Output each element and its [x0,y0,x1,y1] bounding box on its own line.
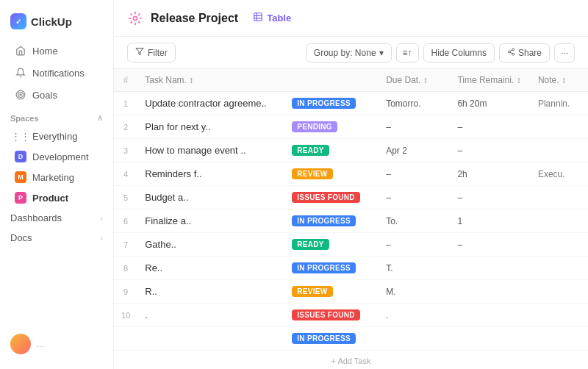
docs-chevron: › [100,232,103,243]
sort-button[interactable]: ≡↑ [396,43,419,62]
row-number: 3 [114,139,137,162]
task-name-text: Finalize a.. [145,215,191,226]
status-cell: PENDING [284,115,379,139]
sidebar-item-everything[interactable]: ⋮⋮ Everything [4,126,109,146]
status-badge[interactable]: ISSUES FOUND [292,309,360,320]
time-remaining-cell: 2h [450,162,531,186]
svg-marker-8 [136,49,143,55]
sort-icon: ≡↑ [403,48,412,58]
goals-icon [15,89,26,101]
product-dot: P [15,192,26,204]
status-cell: REVIEW [284,280,379,304]
row-number: 6 [114,209,137,233]
notes-cell [531,209,588,233]
hide-columns-button[interactable]: Hide Columns [423,43,495,62]
svg-point-3 [134,16,137,20]
sidebar-item-home[interactable]: Home [4,40,109,61]
sidebar-item-goals[interactable]: Goals [4,85,109,105]
share-label: Share [518,48,542,58]
due-date-cell: – [379,162,450,186]
table-row[interactable]: 5Budget a..ISSUES FOUND–– [114,186,588,209]
spaces-toggle[interactable]: ∧ [97,113,103,123]
col-time-remaining[interactable]: Time Remaini. ↕ [450,69,531,92]
status-badge[interactable]: PENDING [292,121,337,132]
more-options-button[interactable]: ··· [554,43,575,62]
time-remaining-cell: – [450,233,531,257]
task-name-cell: Gathe.. [137,233,284,257]
table-row[interactable]: 10.ISSUES FOUND. [114,304,588,327]
col-notes[interactable]: Note. ↕ [531,69,588,92]
sidebar-item-development[interactable]: D Development [4,147,109,166]
sidebar-item-marketing[interactable]: M Marketing [4,168,109,187]
status-badge[interactable]: IN PROGRESS [292,98,356,109]
due-date-cell: T. [379,257,450,280]
filter-button[interactable]: Filter [127,43,176,62]
share-button[interactable]: Share [499,43,550,62]
user-avatar[interactable] [10,334,31,354]
time-remaining-cell: – [450,186,531,209]
status-badge[interactable]: IN PROGRESS [292,262,356,273]
table-row[interactable]: 8Re..IN PROGRESST. [114,257,588,280]
sidebar-item-notifications[interactable]: Notifications [4,62,109,83]
sidebar-item-docs[interactable]: Docs › [0,228,113,248]
table-row[interactable]: 1Update contractor agreeme..IN PROGRESST… [114,92,588,115]
col-task-name[interactable]: Task Nam. ↕ [137,69,284,92]
status-badge[interactable]: READY [292,239,329,250]
row-number: 2 [114,115,137,139]
row-number: 10 [114,304,137,327]
task-name-cell: Update contractor agreeme.. [137,92,284,115]
task-name-text: Gathe.. [145,239,176,250]
status-badge[interactable]: IN PROGRESS [292,215,356,226]
table-container: # Task Nam. ↕ Due Dat. ↕ Time Remaini. ↕… [114,69,588,369]
task-name-cell [137,327,284,351]
notes-cell [531,304,588,327]
due-date-cell: – [379,233,450,257]
table-row[interactable]: IN PROGRESS [114,327,588,351]
svg-line-13 [510,49,512,51]
row-number: 5 [114,186,137,209]
filter-label: Filter [148,48,168,58]
status-badge[interactable]: REVIEW [292,168,332,179]
task-name-cell: Plan for next y.. [137,115,284,139]
time-remaining-cell: – [450,139,531,162]
due-date-cell: M. [379,280,450,304]
status-badge[interactable]: REVIEW [292,286,332,297]
col-due-date[interactable]: Due Dat. ↕ [379,69,450,92]
status-cell: IN PROGRESS [284,327,379,351]
time-remaining-cell: – [450,115,531,139]
row-number: 8 [114,257,137,280]
table-header-row: # Task Nam. ↕ Due Dat. ↕ Time Remaini. ↕… [114,69,588,92]
group-by-button[interactable]: Group by: None ▾ [306,43,392,62]
table-row[interactable]: 7Gathe..READY–– [114,233,588,257]
filter-icon [135,47,144,58]
status-badge[interactable]: READY [292,145,329,156]
time-remaining-cell: 1 [450,209,531,233]
table-row[interactable]: 2Plan for next y..PENDING–– [114,115,588,139]
due-date-cell: Tomorro. [379,92,450,115]
table-row[interactable]: 3How to manage event ..READYApr 2– [114,139,588,162]
table-row[interactable]: 9R..REVIEWM. [114,280,588,304]
task-name-cell: R.. [137,280,284,304]
status-badge[interactable]: ISSUES FOUND [292,192,360,203]
spaces-label: Spaces [10,114,39,123]
svg-point-10 [508,51,510,53]
row-number [114,327,137,351]
table-view-label: Table [267,12,291,24]
svg-rect-4 [254,13,262,21]
status-badge[interactable]: IN PROGRESS [292,333,356,344]
notes-cell [531,327,588,351]
add-task-row[interactable]: + Add Task [114,351,588,370]
task-name-text: Re.. [145,262,162,273]
goals-label: Goals [32,90,57,101]
table-row[interactable]: 4Reminders f..REVIEW–2hExecu. [114,162,588,186]
sidebar-item-product[interactable]: P Product [4,188,109,207]
sidebar-item-dashboards[interactable]: Dashboards › [0,208,113,228]
time-remaining-cell [450,280,531,304]
notes-cell: Execu. [531,162,588,186]
add-task-button[interactable]: + Add Task [114,351,588,370]
table-view-button[interactable]: Table [245,9,298,27]
table-row[interactable]: 6Finalize a..IN PROGRESSTo.1 [114,209,588,233]
row-number: 9 [114,280,137,304]
due-date-cell: – [379,115,450,139]
due-date-cell [379,327,450,351]
